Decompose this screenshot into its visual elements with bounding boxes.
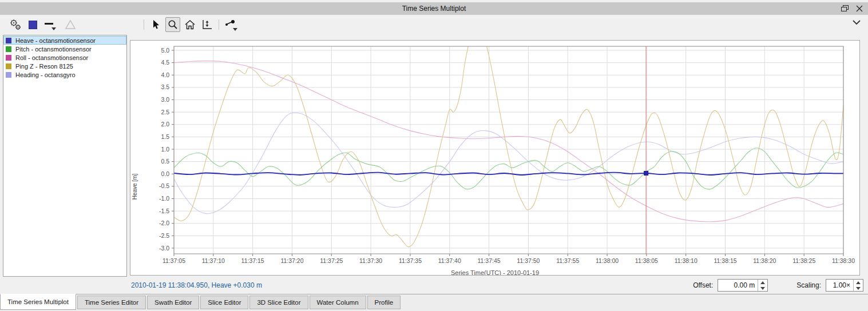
heave-color-square: [29, 21, 37, 29]
legend-item-label: Roll - octansmotionsensor: [15, 54, 88, 61]
toolbar: [0, 15, 868, 34]
svg-text:4.5: 4.5: [161, 59, 169, 66]
svg-text:-3.0: -3.0: [159, 245, 169, 252]
tab-slice-editor[interactable]: Slice Editor: [200, 296, 248, 309]
offset-decrement-button[interactable]: [758, 285, 767, 291]
tab-water-column[interactable]: Water Column: [310, 296, 366, 309]
svg-text:0.5: 0.5: [161, 158, 169, 165]
svg-text:0.0: 0.0: [161, 170, 169, 177]
scaling-label: Scaling:: [796, 281, 821, 289]
chevron-down-icon: [51, 27, 56, 30]
svg-text:3.0: 3.0: [161, 96, 169, 103]
svg-text:-1.5: -1.5: [159, 208, 169, 214]
svg-text:2.5: 2.5: [161, 109, 169, 115]
svg-text:11:37:20: 11:37:20: [280, 257, 303, 264]
points-line-icon: [225, 19, 236, 27]
legend-item-label: Heading - octansgyro: [15, 71, 76, 78]
timeseries-chart-svg[interactable]: 5.04.54.03.53.02.52.01.51.00.50.0-0.5-1.…: [130, 41, 859, 275]
chart-panel[interactable]: Heave [m] 5.04.54.03.53.02.52.01.51.00.5…: [130, 40, 860, 276]
offset-increment-button[interactable]: [758, 280, 767, 285]
series-color-square: [6, 46, 11, 52]
chevron-down-icon: [233, 28, 237, 31]
svg-text:1.0: 1.0: [161, 146, 169, 153]
svg-text:11:38:30: 11:38:30: [832, 257, 855, 264]
line-width-dropdown[interactable]: [42, 17, 57, 32]
series-color-square: [6, 72, 11, 78]
point-style-dropdown[interactable]: [223, 17, 238, 32]
legend-item-heave[interactable]: Heave - octansmotionsensor: [3, 36, 126, 45]
legend-item-label: Heave - octansmotionsensor: [15, 37, 96, 44]
svg-text:11:38:25: 11:38:25: [792, 257, 815, 264]
series-color-square: [6, 55, 11, 61]
tab-swath-editor[interactable]: Swath Editor: [147, 296, 199, 309]
svg-text:-0.5: -0.5: [159, 182, 169, 189]
x-axis-label: Series Time(UTC) - 2010-01-19: [130, 269, 859, 276]
tab-time-series-editor[interactable]: Time Series Editor: [77, 296, 146, 309]
tab-time-series-multiplot[interactable]: Time Series Multiplot: [0, 294, 76, 310]
pointer-tool-icon[interactable]: [148, 17, 163, 32]
legend-item-roll[interactable]: Roll - octansmotionsensor: [3, 53, 126, 62]
home-view-icon[interactable]: [183, 17, 197, 32]
float-window-icon[interactable]: [839, 3, 850, 14]
series-color-square: [6, 63, 11, 69]
heave-cursor-marker: [644, 171, 648, 175]
svg-text:3.5: 3.5: [161, 83, 169, 90]
window-title: Time Series Multiplot: [402, 5, 466, 13]
svg-text:2.0: 2.0: [161, 121, 169, 127]
legend-item-ping[interactable]: Ping Z - Reson 8125: [3, 62, 126, 70]
legend-item-label: Ping Z - Reson 8125: [15, 63, 73, 70]
settings-gears-icon[interactable]: [8, 17, 23, 32]
window-titlebar[interactable]: Time Series Multiplot: [0, 2, 868, 15]
svg-text:11:38:15: 11:38:15: [714, 257, 736, 264]
series-line-pitch: [174, 148, 843, 189]
line-width-icon: [45, 23, 53, 25]
svg-text:-2.0: -2.0: [159, 220, 169, 226]
scaling-increment-button[interactable]: [854, 280, 863, 285]
svg-text:11:37:15: 11:37:15: [241, 257, 264, 264]
editor-tab-bar: Time Series MultiplotTime Series EditorS…: [0, 294, 868, 311]
tab-3d-slice-editor[interactable]: 3D Slice Editor: [249, 296, 308, 309]
svg-text:11:38:05: 11:38:05: [635, 257, 658, 264]
time-series-multiplot-window: •••••• Time Series Multiplot: [0, 0, 868, 311]
svg-text:11:38:00: 11:38:00: [596, 257, 619, 264]
series-color-square: [6, 38, 11, 43]
svg-text:11:37:35: 11:37:35: [399, 257, 422, 264]
offset-value: 0.00 m: [718, 280, 758, 291]
close-window-icon[interactable]: [854, 3, 865, 14]
svg-text:11:37:30: 11:37:30: [359, 257, 382, 264]
svg-text:11:37:40: 11:37:40: [438, 257, 461, 264]
series-legend-panel: Heave - octansmotionsensorPitch - octans…: [3, 35, 127, 277]
svg-text:-1.0: -1.0: [159, 195, 169, 202]
scaling-spinbox[interactable]: 1.00×: [826, 279, 863, 292]
scaling-decrement-button[interactable]: [854, 285, 863, 291]
svg-text:11:37:50: 11:37:50: [517, 257, 540, 264]
triangle-marker-icon[interactable]: [63, 17, 78, 32]
series-line-roll: [174, 61, 843, 222]
legend-item-label: Pitch - octansmotionsensor: [15, 46, 92, 53]
svg-text:11:37:05: 11:37:05: [162, 257, 185, 264]
legend-item-heading[interactable]: Heading - octansgyro: [3, 70, 126, 79]
scaling-value: 1.00×: [826, 280, 853, 291]
svg-text:-2.5: -2.5: [159, 232, 169, 239]
svg-text:11:37:10: 11:37:10: [202, 257, 225, 264]
zoom-tool-icon[interactable]: [165, 17, 180, 32]
fit-vertical-scale-icon[interactable]: [200, 17, 215, 32]
cursor-readout: 2010-01-19 11:38:04.950, Heave +0.030 m: [131, 281, 262, 289]
svg-text:11:37:25: 11:37:25: [320, 257, 343, 264]
svg-text:11:37:45: 11:37:45: [478, 257, 501, 264]
svg-text:11:38:10: 11:38:10: [675, 257, 697, 264]
svg-text:11:38:20: 11:38:20: [753, 257, 776, 264]
toolbar-separator: [219, 19, 219, 30]
svg-text:11:37:55: 11:37:55: [556, 257, 579, 264]
toolbar-separator: [144, 19, 144, 30]
svg-text:5.0: 5.0: [161, 47, 169, 54]
tab-profile[interactable]: Profile: [367, 296, 401, 309]
svg-text:4.0: 4.0: [161, 71, 169, 78]
svg-text:1.5: 1.5: [161, 133, 169, 140]
status-bar: 2010-01-19 11:38:04.950, Heave +0.030 m …: [0, 277, 868, 294]
series-color-swatch[interactable]: [25, 17, 40, 32]
offset-spinbox[interactable]: 0.00 m: [718, 279, 768, 292]
toolbar-collapse-chevron-icon[interactable]: [852, 19, 861, 25]
legend-item-pitch[interactable]: Pitch - octansmotionsensor: [3, 45, 126, 53]
offset-label: Offset:: [693, 281, 713, 289]
